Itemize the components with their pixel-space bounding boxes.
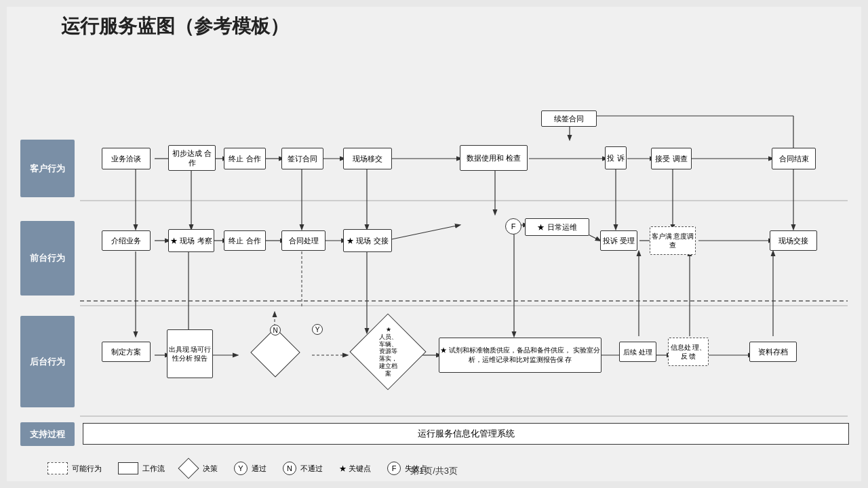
node-xianchang-kc: ★ 现场 考察 xyxy=(168,229,214,252)
label-Y: Y xyxy=(312,324,323,335)
legend-dashed-box xyxy=(47,462,68,474)
legend-y-circle: Y xyxy=(234,462,248,475)
node-yewu: 业务洽谈 xyxy=(102,148,151,169)
node-xianchang-jj: ★ 现场 交接 xyxy=(343,229,392,252)
label-N: N xyxy=(270,325,281,336)
legend-n-circle: N xyxy=(283,462,296,475)
node-jieshao: 介绍业务 xyxy=(102,230,151,251)
lane-label-back: 后台行为 xyxy=(20,316,75,407)
node-richang: ★ 日常运维 xyxy=(525,218,589,236)
lane-label-front: 前台行为 xyxy=(20,221,75,296)
legend-pass: Y 通过 xyxy=(234,462,267,475)
legend-possible: 可能行为 xyxy=(47,462,102,474)
page-title: 运行服务蓝图（参考模板） xyxy=(20,14,848,39)
node-chubu: 初步达成 合作 xyxy=(168,145,216,171)
swimlane-container: 客户行为 前台行为 后台行为 支持过程 续签合同 业务洽谈 初步达成 合作 终止… xyxy=(20,45,848,438)
node-xianchang-jiao: 现场移交 xyxy=(343,148,392,169)
node-kehu-diaocha: 客户满 意度调 查 xyxy=(650,226,696,255)
node-xianchang-jie: 现场交接 xyxy=(770,230,817,251)
node-tousu-q: 投诉 受理 xyxy=(600,230,637,251)
lane-label-customer: 客户行为 xyxy=(20,140,75,197)
legend-fail: N 不通过 xyxy=(283,462,323,475)
node-xinxi: 信息处 理、反 馈 xyxy=(668,338,709,366)
legend-keypoint: ★ 关键点 xyxy=(339,464,371,474)
node-zhongzhi-q: 终止 合作 xyxy=(224,230,266,251)
node-shiji: ★ 试剂和标准物质供应，备品和备件供应， 实验室分析，运维记录和比对监测报告保 … xyxy=(439,338,601,373)
legend-workflow: 工作流 xyxy=(118,462,165,474)
node-zhiding: 制定方案 xyxy=(102,342,151,362)
svg-line-19 xyxy=(385,225,460,241)
legend-diamond-shape xyxy=(178,458,199,479)
node-chuju: 出具现 场可行 性分析 报告 xyxy=(167,329,213,378)
node-tousu-c: 投 诉 xyxy=(605,146,627,169)
node-jieshou: 接受 调查 xyxy=(651,148,692,169)
node-shuju: 数据使用和 检查 xyxy=(460,145,528,171)
node-qianding: 签订合同 xyxy=(281,148,323,169)
node-support-sys: 运行服务信息化管理系统 xyxy=(83,423,849,445)
node-zhongzhi-c: 终止 合作 xyxy=(224,148,266,169)
legend-solid-box xyxy=(118,462,138,474)
node-f-circle: F xyxy=(505,218,521,235)
node-renyuan: ★人员、车辆、资源等落实，建立档案 xyxy=(349,313,426,390)
legend-decision: 决策 xyxy=(181,461,218,476)
node-hetong-jie: 合同结束 xyxy=(772,148,816,169)
main-page: 运行服务蓝图（参考模板） xyxy=(7,7,861,481)
node-hetong-cl: 合同处理 xyxy=(281,230,326,251)
legend-f-circle: F xyxy=(387,462,401,475)
page-number: 第1页/共3页 xyxy=(410,465,458,477)
node-ziliao: 资料存档 xyxy=(749,342,797,362)
node-houxi: 后续 处理 xyxy=(619,342,656,362)
lane-label-support: 支持过程 xyxy=(20,422,75,446)
node-xuri: 续签合同 xyxy=(541,110,597,127)
